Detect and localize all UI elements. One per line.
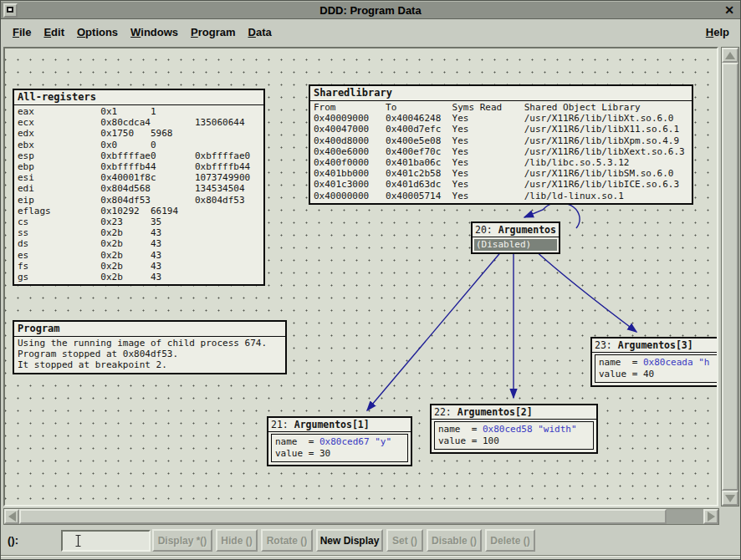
ddd-program-data-window: DDD: Program Data ✕ File Edit Options Wi… bbox=[0, 0, 741, 560]
pointer-value: 0x80ced67 "y" bbox=[319, 436, 391, 447]
sharedlibrary-row: 0x40047000 0x400d7efc Yes /usr/X11R6/lib… bbox=[314, 124, 688, 135]
display-node-21-values: name = 0x80ced67 "y" value = 30 bbox=[271, 434, 408, 462]
window-bottom-edge bbox=[1, 555, 740, 560]
rotate-button[interactable]: Rotate () bbox=[261, 529, 313, 552]
data-display-canvas[interactable]: All-registers eax 0x1 1 ecx 0x80cdca4 13… bbox=[3, 47, 718, 507]
program-line: Using the running image of child process… bbox=[18, 338, 282, 349]
title-bar[interactable]: DDD: Program Data ✕ bbox=[1, 1, 740, 19]
pointer-value: 0x80ceada "h bbox=[643, 357, 709, 368]
register-row: ds 0x2b 43 bbox=[18, 238, 260, 249]
edge-20-23 bbox=[534, 250, 636, 332]
menu-windows[interactable]: Windows bbox=[130, 26, 178, 38]
display-deref-button[interactable]: Display *() bbox=[152, 529, 212, 552]
argument-toolbar: (): Display *() Hide () Rotate () New Di… bbox=[1, 527, 740, 555]
member-row: value = 40 bbox=[599, 369, 718, 380]
close-icon[interactable]: ✕ bbox=[723, 3, 736, 18]
sharedlibrary-row: 0x401bb000 0x401c2b58 Yes /usr/X11R6/lib… bbox=[314, 168, 688, 179]
scroll-down-icon[interactable] bbox=[722, 491, 738, 506]
text-cursor-icon bbox=[74, 534, 82, 548]
menu-file[interactable]: File bbox=[13, 26, 31, 38]
delete-button[interactable]: Delete () bbox=[485, 529, 535, 552]
display-node-23[interactable]: 23: Argumentos[3] name = 0x80ceada "h va… bbox=[590, 337, 718, 387]
sharedlibrary-row: 0x400d8000 0x400e5e08 Yes /usr/X11R6/lib… bbox=[314, 135, 688, 146]
display-node-23-title: 23: Argumentos[3] bbox=[592, 339, 718, 353]
sharedlibrary-header: From To Syms Read Shared Object Library bbox=[314, 102, 688, 113]
scroll-right-icon[interactable] bbox=[703, 509, 718, 524]
argument-field[interactable] bbox=[61, 530, 151, 552]
register-row: ebp 0xbffffb44 0xbffffb44 bbox=[18, 161, 260, 172]
scroll-left-icon[interactable] bbox=[4, 509, 19, 524]
set-button[interactable]: Set () bbox=[386, 529, 423, 552]
program-box[interactable]: Program Using the running image of child… bbox=[13, 320, 287, 374]
register-row: gs 0x2b 43 bbox=[18, 272, 260, 283]
program-title: Program bbox=[14, 322, 285, 337]
display-node-21[interactable]: 21: Argumentos[1] name = 0x80ced67 "y" v… bbox=[267, 416, 412, 466]
sharedlibrary-row: 0x40009000 0x40046248 Yes /usr/X11R6/lib… bbox=[314, 113, 688, 124]
argument-label: (): bbox=[8, 534, 18, 547]
vertical-scrollbar-thumb[interactable] bbox=[722, 63, 738, 491]
horizontal-scrollbar-thumb[interactable] bbox=[19, 509, 667, 524]
vertical-scrollbar[interactable] bbox=[721, 47, 739, 507]
register-row: fs 0x2b 43 bbox=[18, 261, 260, 272]
menu-program[interactable]: Program bbox=[191, 26, 235, 38]
all-registers-box[interactable]: All-registers eax 0x1 1 ecx 0x80cdca4 13… bbox=[13, 89, 265, 286]
menu-help[interactable]: Help bbox=[706, 26, 729, 38]
menu-data[interactable]: Data bbox=[248, 26, 272, 38]
register-row: esi 0x40001f8c 1073749900 bbox=[18, 172, 260, 183]
register-row: esp 0xbffffae0 0xbffffae0 bbox=[18, 150, 260, 161]
register-row: es 0x2b 43 bbox=[18, 250, 260, 261]
sharedlibrary-box[interactable]: Sharedlibrary From To Syms Read Shared O… bbox=[309, 84, 693, 205]
horizontal-scrollbar[interactable] bbox=[3, 508, 719, 525]
program-line: It stopped at breakpoint 2. bbox=[18, 359, 282, 370]
new-display-button[interactable]: New Display bbox=[316, 529, 383, 552]
sharedlibrary-row: 0x400e6000 0x400ef70c Yes /usr/X11R6/lib… bbox=[314, 146, 688, 157]
program-line: Program stopped at 0x804df53. bbox=[18, 349, 282, 359]
member-row: name = 0x80ced58 "width" bbox=[438, 424, 590, 435]
register-row: eip 0x804df53 0x804df53 bbox=[18, 195, 260, 206]
all-registers-title: All-registers bbox=[14, 90, 263, 105]
member-row: name = 0x80ceada "h bbox=[599, 357, 718, 369]
menu-bar: File Edit Options Windows Program Data H… bbox=[1, 19, 740, 44]
menu-edit[interactable]: Edit bbox=[43, 26, 64, 38]
member-row: name = 0x80ced67 "y" bbox=[275, 436, 404, 448]
hide-button[interactable]: Hide () bbox=[216, 529, 258, 552]
sharedlibrary-row: 0x40000000 0x40005714 Yes /lib/ld-linux.… bbox=[314, 191, 688, 201]
register-row: ebx 0x0 0 bbox=[18, 140, 260, 150]
display-node-20[interactable]: 20: Argumentos (Disabled) bbox=[471, 221, 560, 254]
scroll-up-icon[interactable] bbox=[722, 48, 738, 63]
register-row: cs 0x23 35 bbox=[18, 216, 260, 227]
sharedlibrary-title: Sharedlibrary bbox=[310, 86, 692, 101]
register-row: edx 0x1750 5968 bbox=[18, 128, 260, 139]
register-row: ss 0x2b 43 bbox=[18, 227, 260, 238]
display-node-22-title: 22: Argumentos[2] bbox=[432, 405, 596, 420]
disable-button[interactable]: Disable () bbox=[427, 529, 482, 552]
register-row: ecx 0x80cdca4 135060644 bbox=[18, 117, 260, 128]
display-node-20-title: 20: Argumentos bbox=[473, 223, 559, 237]
sharedlibrary-row: 0x401c3000 0x401d63dc Yes /usr/X11R6/lib… bbox=[314, 179, 688, 190]
member-row: value = 30 bbox=[275, 448, 404, 460]
display-node-20-status: (Disabled) bbox=[474, 239, 557, 251]
window-title: DDD: Program Data bbox=[1, 4, 740, 17]
pointer-value: 0x80ced58 "width" bbox=[483, 424, 577, 435]
display-node-21-title: 21: Argumentos[1] bbox=[268, 418, 411, 432]
edge-20-21 bbox=[367, 250, 503, 410]
display-node-22-values: name = 0x80ced58 "width" value = 100 bbox=[434, 421, 594, 450]
register-row: edi 0x804d568 134534504 bbox=[18, 183, 260, 194]
menu-options[interactable]: Options bbox=[77, 26, 118, 38]
register-row: eflags 0x10292 66194 bbox=[18, 206, 260, 216]
member-row: value = 100 bbox=[438, 435, 590, 447]
register-row: eax 0x1 1 bbox=[18, 106, 260, 117]
sharedlibrary-row: 0x400f0000 0x401ba06c Yes /lib/libc.so.5… bbox=[314, 157, 688, 168]
display-node-22[interactable]: 22: Argumentos[2] name = 0x80ced58 "widt… bbox=[430, 404, 598, 454]
display-node-23-values: name = 0x80ceada "h value = 40 bbox=[595, 354, 718, 383]
